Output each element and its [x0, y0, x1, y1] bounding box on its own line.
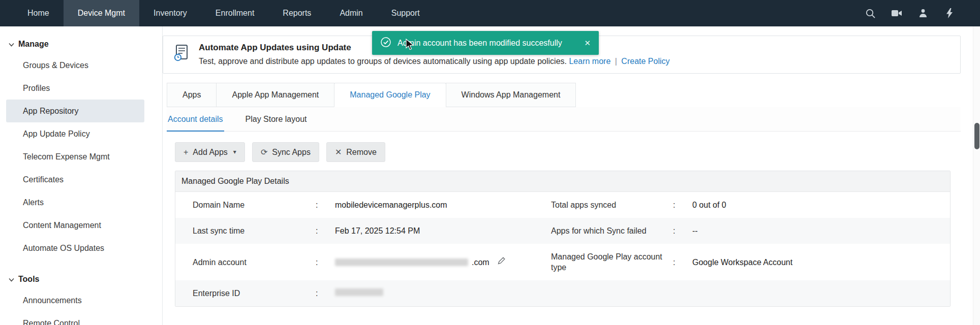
plus-icon: +: [183, 147, 188, 157]
topnav-right-icons: [864, 0, 980, 26]
sidebar-section-tools-header[interactable]: Tools: [0, 270, 162, 289]
admin-account-label: Admin account: [193, 257, 316, 268]
banner-description: Test, approve and distribute app updates…: [199, 57, 670, 66]
google-play-subtabs: Account details Play Store layout: [167, 107, 961, 132]
sync-failed-label: Apps for which Sync failed: [551, 225, 673, 236]
toast-message: Admin account has been modified succesfu…: [397, 39, 562, 48]
last-sync-time-label: Last sync time: [193, 225, 316, 236]
banner-description-text: Test, approve and distribute app updates…: [199, 57, 567, 66]
nav-item-device-mgmt[interactable]: Device Mgmt: [64, 0, 139, 26]
subtab-play-store-layout[interactable]: Play Store layout: [244, 107, 308, 132]
domain-name-value: mobiledevicemanagerplus.com: [335, 200, 551, 210]
chevron-down-icon: [9, 275, 14, 284]
detail-row-domain: Domain Name : mobiledevicemanagerplus.co…: [175, 192, 950, 218]
sidebar-section-label: Manage: [18, 40, 49, 49]
sidebar-item-profiles[interactable]: Profiles: [6, 77, 144, 100]
nav-item-admin[interactable]: Admin: [325, 0, 377, 26]
sidebar: Manage Groups & Devices Profiles App Rep…: [0, 26, 163, 325]
colon: :: [316, 257, 335, 268]
colon: :: [316, 200, 335, 210]
user-pin-icon[interactable]: [917, 7, 929, 19]
chevron-down-icon: [9, 40, 14, 49]
chevron-down-icon: ▾: [233, 147, 236, 157]
toast-close-icon[interactable]: ✕: [584, 39, 591, 48]
last-sync-time-value: Feb 17, 2025 12:54 PM: [335, 225, 551, 236]
detail-row-sync-time: Last sync time : Feb 17, 2025 12:54 PM A…: [175, 218, 950, 244]
nav-item-support[interactable]: Support: [377, 0, 434, 26]
sidebar-item-announcements[interactable]: Announcements: [6, 289, 144, 312]
scrollbar-thumb[interactable]: [974, 123, 979, 149]
success-toast: Admin account has been modified succesfu…: [372, 31, 599, 55]
detail-row-enterprise-id: Enterprise ID :: [175, 280, 950, 306]
link-separator: |: [615, 57, 617, 66]
sync-icon: ⟳: [261, 147, 267, 157]
total-apps-synced-label: Total apps synced: [551, 200, 673, 210]
enterprise-id-label: Enterprise ID: [193, 288, 316, 299]
panel-title: Managed Google Play Details: [175, 171, 950, 192]
sidebar-section-manage: Manage Groups & Devices Profiles App Rep…: [0, 35, 162, 259]
document-clock-icon: [172, 44, 191, 64]
create-policy-link[interactable]: Create Policy: [621, 57, 669, 66]
sync-failed-value: --: [692, 225, 940, 236]
sync-apps-button[interactable]: ⟳ Sync Apps: [252, 142, 319, 162]
search-icon[interactable]: [864, 7, 876, 19]
close-icon: ✕: [335, 147, 342, 157]
account-type-label: Managed Google Play account type: [551, 251, 673, 273]
total-apps-synced-value: 0 out of 0: [692, 200, 940, 210]
sidebar-item-groups-devices[interactable]: Groups & Devices: [6, 54, 144, 77]
domain-name-label: Domain Name: [193, 200, 316, 210]
tab-apps[interactable]: Apps: [167, 83, 217, 107]
edit-icon[interactable]: [497, 256, 506, 268]
sidebar-item-telecom-expense[interactable]: Telecom Expense Mgmt: [6, 145, 144, 168]
account-type-value: Google Workspace Account: [692, 257, 940, 268]
nav-item-reports[interactable]: Reports: [268, 0, 325, 26]
sync-apps-label: Sync Apps: [272, 147, 311, 157]
top-navigation-bar: Home Device Mgmt Inventory Enrollment Re…: [0, 0, 980, 26]
vertical-scrollbar: [973, 26, 980, 325]
sidebar-item-alerts[interactable]: Alerts: [6, 191, 144, 214]
add-apps-button[interactable]: + Add Apps ▾: [175, 142, 245, 162]
tab-apple-app-management[interactable]: Apple App Management: [216, 83, 334, 107]
colon: :: [673, 200, 692, 210]
sidebar-section-tools: Tools Announcements Remote Control: [0, 270, 162, 325]
tab-windows-app-management[interactable]: Windows App Management: [446, 83, 576, 107]
video-camera-icon[interactable]: [891, 7, 903, 19]
colon: :: [673, 225, 692, 236]
add-apps-label: Add Apps: [193, 147, 228, 157]
sidebar-item-app-update-policy[interactable]: App Update Policy: [6, 122, 144, 145]
nav-item-enrollment[interactable]: Enrollment: [201, 0, 268, 26]
sidebar-item-remote-control[interactable]: Remote Control: [6, 312, 144, 325]
main-content: Automate App Updates using Update Test, …: [163, 26, 980, 325]
sidebar-item-app-repository[interactable]: App Repository: [6, 100, 144, 122]
redacted-admin-email: [335, 258, 468, 266]
learn-more-link[interactable]: Learn more: [569, 57, 610, 66]
nav-item-home[interactable]: Home: [13, 0, 64, 26]
redacted-enterprise-id: [335, 288, 383, 296]
nav-item-inventory[interactable]: Inventory: [139, 0, 201, 26]
colon: :: [316, 288, 335, 299]
enterprise-id-value: [335, 288, 551, 299]
check-circle-icon: [380, 37, 391, 50]
sidebar-item-automate-os-updates[interactable]: Automate OS Updates: [6, 237, 144, 259]
admin-email-suffix: .com: [472, 257, 489, 268]
remove-button[interactable]: ✕ Remove: [326, 142, 385, 162]
tab-managed-google-play[interactable]: Managed Google Play: [334, 83, 446, 107]
sidebar-item-content-management[interactable]: Content Management: [6, 214, 144, 237]
colon: :: [673, 257, 692, 268]
admin-account-value: .com: [335, 256, 551, 268]
nav-items: Home Device Mgmt Inventory Enrollment Re…: [13, 0, 434, 26]
colon: :: [316, 225, 335, 236]
sidebar-section-manage-header[interactable]: Manage: [0, 35, 162, 54]
detail-row-admin-account: Admin account : .com Managed Google Play…: [175, 244, 950, 280]
remove-label: Remove: [346, 147, 377, 157]
google-play-details-panel: Managed Google Play Details Domain Name …: [175, 171, 951, 307]
sidebar-item-certificates[interactable]: Certificates: [6, 168, 144, 191]
lightning-icon[interactable]: [943, 7, 956, 19]
sidebar-section-label: Tools: [18, 275, 39, 284]
subtab-account-details[interactable]: Account details: [167, 107, 224, 132]
app-management-tabs: Apps Apple App Management Managed Google…: [167, 83, 576, 107]
actions-toolbar: + Add Apps ▾ ⟳ Sync Apps ✕ Remove: [175, 142, 951, 162]
